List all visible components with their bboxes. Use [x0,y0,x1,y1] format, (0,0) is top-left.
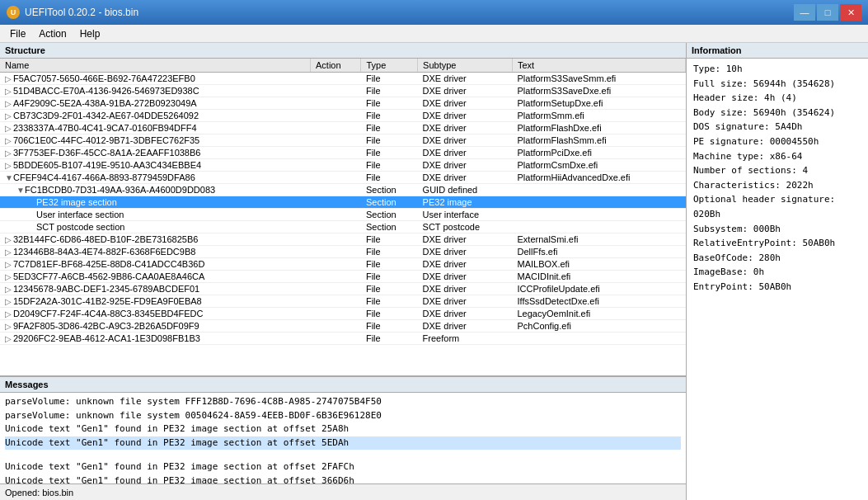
table-row[interactable]: ▷ CB73C3D9-2F01-4342-AE67-04DDE5264092Fi… [0,110,686,122]
cell-action [311,233,361,246]
cell-type: Section [361,196,418,209]
col-name: Name [0,59,311,73]
cell-name: ▷ D2049CF7-F24F-4C4A-88C3-8345EBD4FEDC [0,308,311,320]
cell-action [311,184,361,196]
message-line: Unicode text "Gen1" found in PE32 image … [5,461,354,472]
expand-icon[interactable]: ▷ [5,272,13,281]
messages-content[interactable]: parseVolume: unknown file system FFF12B8… [0,393,686,483]
expand-icon[interactable]: ▼ [5,173,13,182]
cell-action [311,85,361,97]
expand-icon[interactable]: ▷ [5,297,13,306]
cell-subtype: DXE driver [418,97,513,110]
expand-icon[interactable]: ▷ [5,74,13,83]
expand-icon[interactable]: ▷ [5,235,13,244]
menu-item-help[interactable]: Help [73,26,107,41]
cell-action [311,295,361,308]
cell-text: ICCProfileUpdate.efi [512,283,685,295]
cell-type: File [361,295,418,308]
expand-icon[interactable]: ▷ [5,136,13,145]
table-row[interactable]: ▷ 29206FC2-9EAB-4612-ACA1-1E3D098FB1B3Fi… [0,333,686,345]
cell-subtype: DXE driver [418,308,513,320]
name-text: SCT postcode section [36,222,124,232]
titlebar-left: U UEFITool 0.20.2 - bios.bin [7,6,138,19]
table-row[interactable]: ▷ 706C1E0C-44FC-4012-9B71-3DBFEC762F35Fi… [0,134,686,147]
titlebar-controls: — □ ✕ [794,4,861,21]
name-text: CB73C3D9-2F01-4342-AE67-04DDE5264092 [13,111,199,120]
expand-icon[interactable]: ▷ [5,248,13,257]
table-row[interactable]: ▷ 3F7753EF-D36F-45CC-8A1A-2EAAFF1038B6Fi… [0,147,686,159]
titlebar: U UEFITool 0.20.2 - bios.bin — □ ✕ [0,0,868,25]
table-row[interactable]: ▷ 9FA2F805-3D86-42BC-A9C3-2B26A5DF09F9Fi… [0,320,686,333]
cell-subtype: DXE driver [418,73,513,85]
cell-subtype: DXE driver [418,172,513,184]
info-line: BaseOfCode: 280h [693,251,861,266]
cell-name: ▼ FC1BCDB0-7D31-49AA-936A-A4600D9DD083 [0,184,311,196]
expand-icon[interactable]: ▷ [5,87,13,96]
table-row[interactable]: PE32 image sectionSectionPE32 image [0,196,686,209]
cell-action [311,159,361,172]
info-content[interactable]: Type: 10hFull size: 56944h (354628)Heade… [687,59,868,500]
table-row[interactable]: ▷ 7C7D81EF-BF68-425E-88D8-C41ADCC4B36DFi… [0,258,686,271]
cell-action [311,221,361,233]
menubar: FileActionHelp [0,25,868,43]
cell-subtype: User interface [418,209,513,221]
expand-icon[interactable]: ▷ [5,322,13,331]
cell-name: ▷ 7C7D81EF-BF68-425E-88D8-C41ADCC4B36D [0,258,311,271]
menu-item-file[interactable]: File [3,26,32,41]
table-row[interactable]: ▼ FC1BCDB0-7D31-49AA-936A-A4600D9DD083Se… [0,184,686,196]
expand-icon[interactable]: ▷ [5,111,13,120]
expand-icon[interactable]: ▷ [5,285,13,294]
cell-type: File [361,73,418,85]
table-row[interactable]: ▷ F5AC7057-5650-466E-B692-76A47223EFB0Fi… [0,73,686,85]
cell-action [311,73,361,85]
info-line: Number of sections: 4 [693,163,861,178]
cell-action [311,320,361,333]
close-button[interactable]: ✕ [840,4,861,21]
minimize-button[interactable]: — [794,4,815,21]
cell-name: ▼ CFEF94C4-4167-466A-8893-8779459DFA86 [0,172,311,184]
expand-icon[interactable]: ▷ [5,334,13,343]
table-row[interactable]: User interface sectionSectionUser interf… [0,209,686,221]
expand-icon[interactable]: ▷ [5,260,13,269]
table-row[interactable]: ▷ 32B144FC-6D86-48ED-B10F-2BE7316825B6Fi… [0,233,686,246]
cell-action [311,196,361,209]
maximize-button[interactable]: □ [817,4,838,21]
info-line: PE signature: 00004550h [693,134,861,149]
info-line: ImageBase: 0h [693,265,861,280]
name-text: 29206FC2-9EAB-4612-ACA1-1E3D098FB1B3 [13,333,200,343]
cell-name: ▷ 32B144FC-6D86-48ED-B10F-2BE7316825B6 [0,233,311,246]
table-row[interactable]: ▷ 51D4BACC-E70A-4136-9426-546973ED938CFi… [0,85,686,97]
table-row[interactable]: ▷ 2338337A-47B0-4C41-9CA7-0160FB94DFF4Fi… [0,122,686,134]
table-row[interactable]: SCT postcode sectionSectionSCT postcode [0,221,686,233]
cell-name: ▷ 51D4BACC-E70A-4136-9426-546973ED938C [0,85,311,97]
table-row[interactable]: ▷ 15DF2A2A-301C-41B2-925E-FD9EA9F0EBA8Fi… [0,295,686,308]
table-row[interactable]: ▼ CFEF94C4-4167-466A-8893-8779459DFA86Fi… [0,172,686,184]
table-row[interactable]: ▷ A4F2909C-5E2A-438A-91BA-272B0923049AFi… [0,97,686,110]
table-row[interactable]: ▷ 123446B8-84A3-4E74-882F-6368F6EDC9B8Fi… [0,246,686,258]
cell-text: PlatformFlashDxe.efi [512,122,685,134]
info-line: Header size: 4h (4) [693,91,861,106]
col-subtype: Subtype [418,59,513,73]
expand-icon[interactable]: ▷ [5,309,13,318]
expand-icon[interactable]: ▷ [5,124,13,133]
info-line: Characteristics: 2022h [693,178,861,193]
expand-icon[interactable]: ▷ [5,99,13,108]
titlebar-title: UEFITool 0.20.2 - bios.bin [25,7,138,18]
name-text: 123446B8-84A3-4E74-882F-6368F6EDC9B8 [13,247,195,257]
info-line: Body size: 56940h (354624) [693,106,861,120]
expand-icon[interactable]: ▼ [16,186,25,195]
cell-type: File [361,147,418,159]
cell-subtype: DXE driver [418,283,513,295]
cell-text: ExternalSmi.efi [512,233,685,246]
table-row[interactable]: ▷ 12345678-9ABC-DEF1-2345-6789ABCDEF01Fi… [0,283,686,295]
table-row[interactable]: ▷ D2049CF7-F24F-4C4A-88C3-8345EBD4FEDCFi… [0,308,686,320]
structure-table-container[interactable]: Name Action Type Subtype Text ▷ F5AC7057… [0,59,686,375]
table-row[interactable]: ▷ 5BDDE605-B107-419E-9510-AA3C434EBBE4Fi… [0,159,686,172]
menu-item-action[interactable]: Action [32,26,73,41]
cell-type: Section [361,184,418,196]
name-text: A4F2909C-5E2A-438A-91BA-272B0923049A [13,98,197,108]
statusbar-text: Opened: bios.bin [5,488,73,498]
table-row[interactable]: ▷ 5ED3CF77-A6CB-4562-9B86-CAA0AE8A46CAFi… [0,271,686,283]
expand-icon[interactable]: ▷ [5,161,13,170]
expand-icon[interactable]: ▷ [5,149,13,158]
